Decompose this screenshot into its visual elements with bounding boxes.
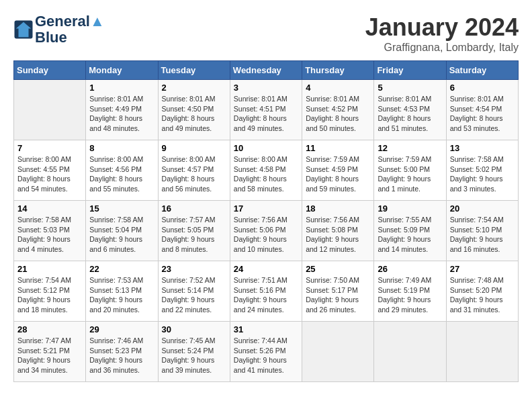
calendar-cell: 4Sunrise: 8:01 AMSunset: 4:52 PMDaylight… (302, 80, 374, 140)
day-number: 4 (306, 83, 370, 93)
day-number: 19 (378, 203, 442, 214)
calendar-cell: 15Sunrise: 7:58 AMSunset: 5:04 PMDayligh… (86, 201, 158, 261)
day-number: 31 (234, 324, 298, 334)
calendar-cell: 10Sunrise: 8:00 AMSunset: 4:58 PMDayligh… (230, 140, 302, 201)
cell-info: Sunrise: 8:01 AMSunset: 4:52 PMDaylight:… (306, 94, 370, 134)
cell-info: Sunrise: 7:59 AMSunset: 5:00 PMDaylight:… (378, 154, 442, 194)
calendar-week-row: 7Sunrise: 8:00 AMSunset: 4:55 PMDaylight… (14, 140, 519, 201)
cell-info: Sunrise: 8:00 AMSunset: 4:57 PMDaylight:… (162, 154, 226, 194)
calendar-cell: 12Sunrise: 7:59 AMSunset: 5:00 PMDayligh… (374, 140, 446, 201)
day-number: 29 (89, 324, 154, 334)
calendar-week-row: 14Sunrise: 7:58 AMSunset: 5:03 PMDayligh… (14, 201, 519, 261)
weekday-header: Monday (86, 61, 158, 80)
cell-info: Sunrise: 7:45 AMSunset: 5:24 PMDaylight:… (162, 336, 226, 375)
day-number: 24 (234, 264, 298, 274)
day-number: 11 (306, 143, 370, 153)
cell-info: Sunrise: 8:01 AMSunset: 4:49 PMDaylight:… (89, 94, 154, 134)
cell-info: Sunrise: 8:00 AMSunset: 4:56 PMDaylight:… (89, 154, 154, 194)
location-title: Graffignana, Lombardy, Italy (365, 42, 519, 54)
calendar-cell: 11Sunrise: 7:59 AMSunset: 4:59 PMDayligh… (302, 140, 374, 201)
cell-info: Sunrise: 7:47 AMSunset: 5:21 PMDaylight:… (17, 336, 82, 375)
day-number: 27 (450, 264, 515, 274)
cell-info: Sunrise: 7:57 AMSunset: 5:05 PMDaylight:… (162, 215, 226, 255)
cell-info: Sunrise: 7:52 AMSunset: 5:14 PMDaylight:… (162, 275, 226, 315)
day-number: 14 (17, 203, 82, 214)
logo-text: General▲ Blue (35, 13, 105, 46)
calendar-week-row: 21Sunrise: 7:54 AMSunset: 5:12 PMDayligh… (14, 261, 519, 322)
weekday-header: Sunday (14, 61, 86, 80)
day-number: 16 (162, 203, 226, 214)
calendar-cell: 1Sunrise: 8:01 AMSunset: 4:49 PMDaylight… (86, 80, 158, 140)
cell-info: Sunrise: 7:55 AMSunset: 5:09 PMDaylight:… (378, 215, 442, 255)
calendar-cell (446, 322, 518, 382)
cell-info: Sunrise: 7:49 AMSunset: 5:19 PMDaylight:… (378, 275, 442, 315)
day-number: 21 (17, 264, 82, 274)
calendar-cell (302, 322, 374, 382)
cell-info: Sunrise: 8:00 AMSunset: 4:55 PMDaylight:… (17, 154, 82, 194)
day-number: 15 (89, 203, 154, 214)
day-number: 5 (378, 83, 442, 93)
day-number: 18 (306, 203, 370, 214)
page-header: General▲ Blue January 2024 Graffignana, … (13, 13, 519, 54)
calendar-cell: 30Sunrise: 7:45 AMSunset: 5:24 PMDayligh… (158, 322, 230, 382)
calendar-week-row: 1Sunrise: 8:01 AMSunset: 4:49 PMDaylight… (14, 80, 519, 140)
calendar-cell: 23Sunrise: 7:52 AMSunset: 5:14 PMDayligh… (158, 261, 230, 322)
calendar-cell (14, 80, 86, 140)
weekday-header: Thursday (302, 61, 374, 80)
calendar-cell: 31Sunrise: 7:44 AMSunset: 5:26 PMDayligh… (230, 322, 302, 382)
weekday-header: Tuesday (158, 61, 230, 80)
calendar-cell: 9Sunrise: 8:00 AMSunset: 4:57 PMDaylight… (158, 140, 230, 201)
calendar-cell: 2Sunrise: 8:01 AMSunset: 4:50 PMDaylight… (158, 80, 230, 140)
cell-info: Sunrise: 8:01 AMSunset: 4:51 PMDaylight:… (234, 94, 298, 134)
cell-info: Sunrise: 7:56 AMSunset: 5:06 PMDaylight:… (234, 215, 298, 255)
day-number: 23 (162, 264, 226, 274)
cell-info: Sunrise: 7:58 AMSunset: 5:03 PMDaylight:… (17, 215, 82, 255)
day-number: 26 (378, 264, 442, 274)
calendar-cell: 27Sunrise: 7:48 AMSunset: 5:20 PMDayligh… (446, 261, 518, 322)
calendar-cell: 3Sunrise: 8:01 AMSunset: 4:51 PMDaylight… (230, 80, 302, 140)
day-number: 30 (162, 324, 226, 334)
calendar-cell: 25Sunrise: 7:50 AMSunset: 5:17 PMDayligh… (302, 261, 374, 322)
day-number: 10 (234, 143, 298, 153)
calendar-cell: 22Sunrise: 7:53 AMSunset: 5:13 PMDayligh… (86, 261, 158, 322)
calendar-cell: 29Sunrise: 7:46 AMSunset: 5:23 PMDayligh… (86, 322, 158, 382)
day-number: 12 (378, 143, 442, 153)
calendar-cell: 28Sunrise: 7:47 AMSunset: 5:21 PMDayligh… (14, 322, 86, 382)
cell-info: Sunrise: 7:50 AMSunset: 5:17 PMDaylight:… (306, 275, 370, 315)
day-number: 25 (306, 264, 370, 274)
day-number: 1 (89, 83, 154, 93)
cell-info: Sunrise: 8:01 AMSunset: 4:54 PMDaylight:… (450, 94, 515, 134)
day-number: 3 (234, 83, 298, 93)
calendar-cell: 24Sunrise: 7:51 AMSunset: 5:16 PMDayligh… (230, 261, 302, 322)
cell-info: Sunrise: 8:01 AMSunset: 4:53 PMDaylight:… (378, 94, 442, 134)
cell-info: Sunrise: 7:58 AMSunset: 5:04 PMDaylight:… (89, 215, 154, 255)
calendar-cell: 18Sunrise: 7:56 AMSunset: 5:08 PMDayligh… (302, 201, 374, 261)
cell-info: Sunrise: 7:53 AMSunset: 5:13 PMDaylight:… (89, 275, 154, 315)
calendar-table: SundayMondayTuesdayWednesdayThursdayFrid… (13, 60, 519, 382)
day-number: 2 (162, 83, 226, 93)
cell-info: Sunrise: 7:56 AMSunset: 5:08 PMDaylight:… (306, 215, 370, 255)
cell-info: Sunrise: 8:00 AMSunset: 4:58 PMDaylight:… (234, 154, 298, 194)
calendar-cell: 21Sunrise: 7:54 AMSunset: 5:12 PMDayligh… (14, 261, 86, 322)
day-number: 22 (89, 264, 154, 274)
calendar-cell: 8Sunrise: 8:00 AMSunset: 4:56 PMDaylight… (86, 140, 158, 201)
cell-info: Sunrise: 7:58 AMSunset: 5:02 PMDaylight:… (450, 154, 515, 194)
cell-info: Sunrise: 7:59 AMSunset: 4:59 PMDaylight:… (306, 154, 370, 194)
weekday-header: Saturday (446, 61, 518, 80)
day-number: 8 (89, 143, 154, 153)
calendar-cell: 7Sunrise: 8:00 AMSunset: 4:55 PMDaylight… (14, 140, 86, 201)
cell-info: Sunrise: 8:01 AMSunset: 4:50 PMDaylight:… (162, 94, 226, 134)
day-number: 9 (162, 143, 226, 153)
day-number: 7 (17, 143, 82, 153)
weekday-header: Wednesday (230, 61, 302, 80)
day-number: 6 (450, 83, 515, 93)
cell-info: Sunrise: 7:51 AMSunset: 5:16 PMDaylight:… (234, 275, 298, 315)
calendar-cell: 19Sunrise: 7:55 AMSunset: 5:09 PMDayligh… (374, 201, 446, 261)
calendar-cell: 16Sunrise: 7:57 AMSunset: 5:05 PMDayligh… (158, 201, 230, 261)
cell-info: Sunrise: 7:54 AMSunset: 5:12 PMDaylight:… (17, 275, 82, 315)
title-area: January 2024 Graffignana, Lombardy, Ital… (365, 13, 519, 54)
logo: General▲ Blue (13, 13, 105, 46)
cell-info: Sunrise: 7:54 AMSunset: 5:10 PMDaylight:… (450, 215, 515, 255)
cell-info: Sunrise: 7:44 AMSunset: 5:26 PMDaylight:… (234, 336, 298, 375)
calendar-cell: 13Sunrise: 7:58 AMSunset: 5:02 PMDayligh… (446, 140, 518, 201)
